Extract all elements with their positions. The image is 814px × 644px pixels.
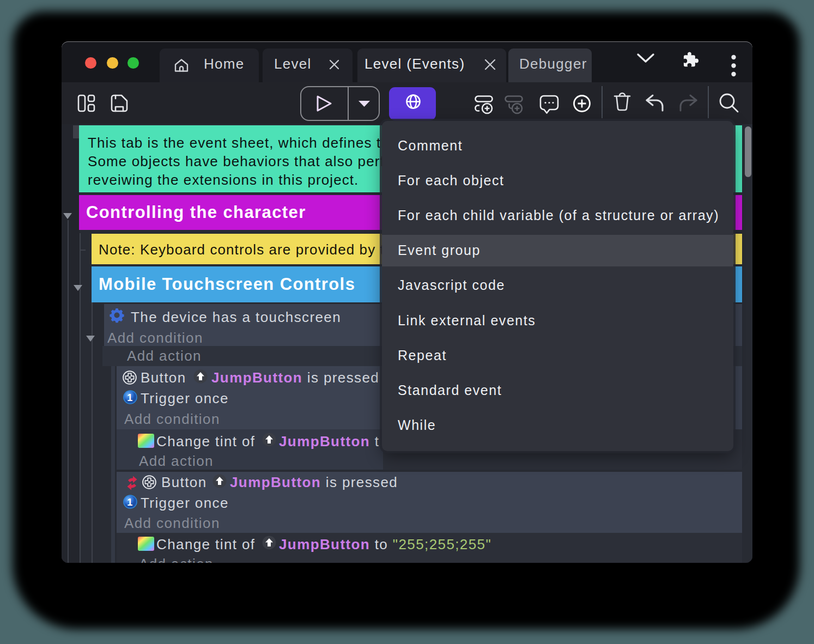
svg-text:1: 1 (127, 497, 133, 508)
svg-text:1: 1 (127, 392, 133, 403)
